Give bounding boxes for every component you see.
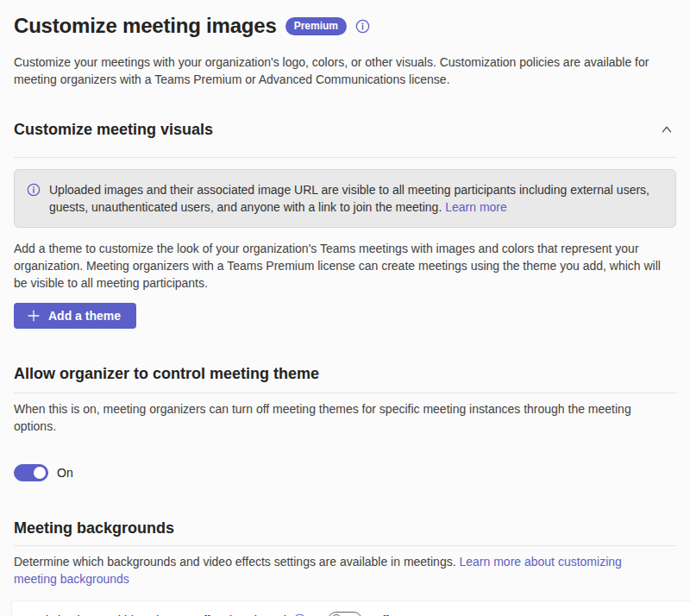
learn-more-link[interactable]: Learn more bbox=[445, 200, 507, 214]
section-allow-organizer: Allow organizer to control meeting theme bbox=[14, 363, 676, 393]
theme-description: Add a theme to customize the look of you… bbox=[14, 240, 676, 292]
page-description: Customize your meetings with your organi… bbox=[14, 53, 652, 88]
organizer-theme-toggle[interactable] bbox=[14, 464, 48, 481]
organizer-section-title: Allow organizer to control meeting theme bbox=[14, 363, 319, 384]
page-title-row: Customize meeting images Premium bbox=[14, 12, 676, 40]
toggle-state-label: Off bbox=[373, 612, 388, 616]
organizer-toggle-row: On bbox=[14, 464, 676, 481]
backgrounds-description-text: Determine which backgrounds and video ef… bbox=[14, 555, 459, 569]
organizer-description: When this is on, meeting organizers can … bbox=[14, 400, 676, 435]
add-theme-button-label: Add a theme bbox=[48, 309, 121, 323]
chevron-up-icon[interactable] bbox=[657, 120, 676, 139]
toggle-knob bbox=[34, 467, 46, 479]
visuals-section-title: Customize meeting visuals bbox=[14, 119, 213, 140]
backgrounds-description: Determine which backgrounds and video ef… bbox=[14, 553, 661, 588]
toggle-group: Off bbox=[328, 612, 388, 616]
premium-badge: Premium bbox=[285, 17, 347, 35]
setting-row-background-blur: Apply background blur when no effect is … bbox=[11, 600, 690, 616]
section-customize-meeting-visuals: Customize meeting visuals bbox=[14, 119, 676, 158]
add-theme-button[interactable]: Add a theme bbox=[14, 303, 136, 329]
section-meeting-backgrounds: Meeting backgrounds bbox=[14, 518, 676, 546]
title-info-icon[interactable] bbox=[355, 19, 370, 34]
background-setting-list: Apply background blur when no effect is … bbox=[11, 600, 690, 616]
banner-message: Uploaded images and their associated ima… bbox=[49, 181, 660, 216]
setting-label: Apply background blur when no effect is … bbox=[24, 612, 286, 616]
banner-text: Uploaded images and their associated ima… bbox=[49, 183, 649, 214]
banner-info-icon bbox=[27, 183, 41, 197]
info-banner: Uploaded images and their associated ima… bbox=[14, 169, 676, 228]
setting-label-wrap: Apply background blur when no effect is … bbox=[24, 612, 328, 616]
organizer-toggle-label: On bbox=[57, 464, 73, 481]
plus-icon bbox=[26, 308, 41, 324]
backgrounds-section-title: Meeting backgrounds bbox=[14, 518, 174, 538]
settings-page: Customize meeting images Premium Customi… bbox=[0, 0, 690, 616]
page-title: Customize meeting images bbox=[14, 12, 277, 40]
background-blur-toggle[interactable] bbox=[328, 612, 362, 616]
